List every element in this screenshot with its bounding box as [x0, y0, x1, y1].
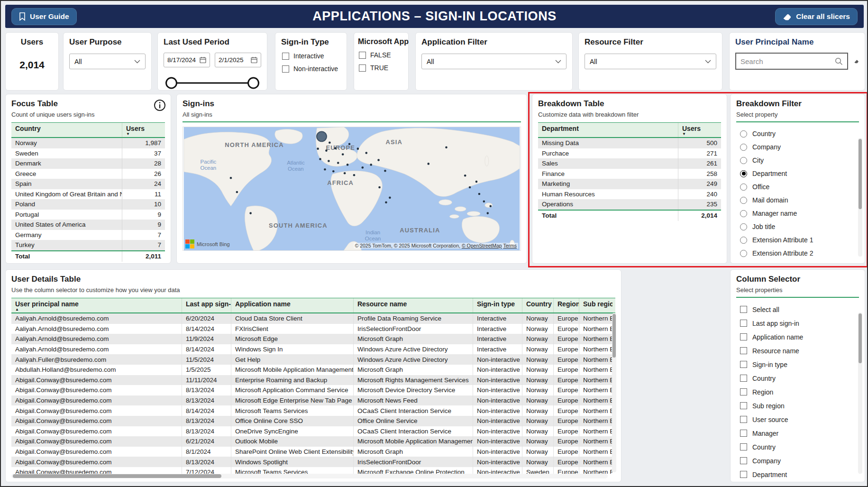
breakdown-filter-option[interactable]: Manager name	[736, 207, 859, 220]
breakdown-filter-option[interactable]: Job title	[736, 220, 859, 233]
user-details-row[interactable]: Aaliyah.Arnold@bsuredemo.com 8/14/2024 W…	[11, 344, 615, 355]
microsoft-app-option[interactable]: FALSE	[358, 51, 404, 59]
user-details-row[interactable]: Abigail.Conway@bsuredemo.com 8/13/2024 M…	[11, 395, 615, 406]
focus-table-row[interactable]: United States of America 9	[11, 220, 165, 230]
scrollbar-thumb[interactable]	[859, 139, 862, 209]
breakdown-filter-option[interactable]: Department	[736, 167, 859, 180]
slider-handle-right[interactable]	[247, 77, 259, 89]
focus-col-users[interactable]: Users▼	[122, 123, 165, 137]
user-details-row[interactable]: Aaliyah.Arnold@bsuredemo.com 8/14/2024 F…	[11, 324, 615, 334]
breakdown-filter-option[interactable]: City	[736, 154, 859, 167]
breakdown-filter-option[interactable]: Country	[736, 127, 859, 140]
breakdown-table-row[interactable]: Operations 235	[538, 199, 721, 210]
column-selector-option[interactable]: Sub region	[736, 399, 859, 413]
openstreetmap-link[interactable]: © OpenStreetMap	[462, 243, 502, 248]
breakdown-table-row[interactable]: Marketing 249	[538, 179, 721, 189]
breakdown-filter-scrollbar[interactable]	[858, 138, 862, 257]
col-application-name[interactable]: Application name	[231, 298, 354, 312]
focus-table-row[interactable]: Denmark 28	[11, 158, 165, 169]
focus-col-country[interactable]: Country	[11, 123, 122, 137]
clear-search-eraser-icon[interactable]	[854, 56, 859, 66]
focus-table-row[interactable]: Greece 26	[11, 169, 165, 179]
breakdown-col-department[interactable]: Department	[538, 123, 678, 137]
slider-handle-left[interactable]	[165, 77, 177, 89]
focus-table-row[interactable]: Germany 7	[11, 230, 165, 240]
signin-type-option[interactable]: Interactive	[281, 52, 341, 60]
info-icon[interactable]	[154, 99, 166, 113]
period-end-input[interactable]: 2/1/2025	[215, 53, 261, 67]
breakdown-filter-option[interactable]: Mail domain	[736, 193, 859, 207]
breakdown-filter-option[interactable]: Office	[736, 180, 859, 193]
breakdown-table-row[interactable]: Finance 258	[538, 169, 721, 179]
user-purpose-dropdown[interactable]: All	[69, 54, 146, 69]
focus-table-row[interactable]: Turkey 7	[11, 240, 165, 250]
breakdown-filter-option[interactable]: Extension Attribute 2	[736, 247, 859, 260]
column-selector-scrollbar[interactable]	[858, 312, 862, 474]
column-selector-option[interactable]: Department	[736, 468, 859, 481]
col-user-principal-name[interactable]: User principal name▲	[11, 298, 182, 312]
clear-all-slicers-button[interactable]: Clear all slicers	[775, 8, 858, 25]
map-cluster-bubble[interactable]	[317, 131, 327, 141]
application-filter-dropdown[interactable]: All	[421, 54, 566, 69]
column-selector-option[interactable]: Select all	[736, 303, 859, 316]
user-details-row[interactable]: Abigail.Conway@bsuredemo.com 8/13/2024 O…	[11, 416, 615, 426]
column-selector-option[interactable]: Country	[736, 371, 859, 385]
table-vertical-scrollbar[interactable]	[612, 313, 616, 472]
user-details-row[interactable]: Aaliyah.Fuller@bsuredemo.com 11/5/2024 G…	[11, 354, 615, 365]
column-selector-option[interactable]: Company	[736, 454, 859, 468]
terms-link[interactable]: Terms	[503, 243, 517, 248]
column-selector-option[interactable]: Manager	[736, 426, 859, 440]
period-range-slider[interactable]	[166, 75, 258, 91]
focus-table-row[interactable]: Spain 24	[11, 179, 165, 189]
user-details-row[interactable]: Abigail.Conway@bsuredemo.com 8/14/2024 M…	[11, 405, 615, 416]
breakdown-filter-option[interactable]: Company	[736, 140, 859, 154]
column-selector-option[interactable]: Application name	[736, 330, 859, 344]
resource-filter-dropdown[interactable]: All	[585, 54, 716, 69]
user-guide-button[interactable]: User Guide	[11, 8, 77, 25]
col-last-app-signin[interactable]: Last app sign-in	[182, 298, 231, 312]
table-horizontal-scrollbar[interactable]	[11, 474, 608, 478]
focus-table-row[interactable]: United Kingdom of Great Britain and Nort…	[11, 189, 165, 200]
user-details-row[interactable]: Aaliyah.Arnold@bsuredemo.com 6/20/2024 C…	[11, 313, 615, 324]
focus-table-row[interactable]: Poland 10	[11, 199, 165, 210]
column-selector-option[interactable]: Sign-in type	[736, 358, 859, 371]
user-details-row[interactable]: Aaliyah.Arnold@bsuredemo.com 11/9/2024 M…	[11, 334, 615, 344]
col-signin-type[interactable]: Sign-in type	[473, 298, 522, 312]
user-details-row[interactable]: Abdullah.Holland@bsuredemo.com 1/5/2025 …	[11, 365, 615, 375]
breakdown-table-row[interactable]: Sales 261	[538, 158, 721, 169]
upn-search-box[interactable]	[735, 53, 848, 70]
focus-table-row[interactable]: Norway 1,987	[11, 138, 165, 148]
upn-search-input[interactable]	[740, 57, 835, 65]
scrollbar-thumb[interactable]	[612, 314, 616, 358]
period-start-input[interactable]: 8/17/2024	[164, 53, 210, 67]
column-selector-option[interactable]: Region	[736, 385, 859, 399]
col-sub-region[interactable]: Sub region	[579, 298, 612, 312]
focus-table-row[interactable]: Portugal 9	[11, 210, 165, 220]
breakdown-table-row[interactable]: Missing Data 500	[538, 138, 721, 148]
breakdown-col-users[interactable]: Users▼	[678, 123, 721, 137]
column-selector-option[interactable]: Last app sign-in	[736, 316, 859, 330]
user-details-row[interactable]: Abigail.Conway@bsuredemo.com 8/13/2024 O…	[11, 426, 615, 437]
col-country[interactable]: Country	[522, 298, 554, 312]
user-details-row[interactable]: Abigail.Conway@bsuredemo.com 6/21/2024 O…	[11, 436, 615, 447]
scrollbar-thumb[interactable]	[859, 313, 862, 363]
user-details-row[interactable]: Abigail.Conway@bsuredemo.com 8/13/2024 M…	[11, 385, 615, 395]
user-details-row[interactable]: Abigail.Conway@bsuredemo.com 7/12/2024 M…	[11, 467, 615, 474]
user-details-row[interactable]: Abigail.Conway@bsuredemo.com 8/13/2024 W…	[11, 457, 615, 467]
col-region[interactable]: Region	[554, 298, 579, 312]
user-details-row[interactable]: Abigail.Conway@bsuredemo.com 8/1/2024 Sh…	[11, 447, 615, 457]
map-container[interactable]: NORTH AMERICA EUROPE ASIA AFRICA SOUTH A…	[183, 127, 521, 251]
breakdown-table-row[interactable]: Human Resources 240	[538, 189, 721, 200]
scrollbar-thumb[interactable]	[13, 474, 221, 478]
signin-type-option[interactable]: Non-interactive	[281, 65, 341, 73]
column-selector-option[interactable]: Country	[736, 440, 859, 454]
column-selector-option[interactable]: User source	[736, 413, 859, 426]
breakdown-table-row[interactable]: Purchace 271	[538, 148, 721, 159]
world-map[interactable]: NORTH AMERICA EUROPE ASIA AFRICA SOUTH A…	[183, 127, 521, 251]
microsoft-app-option[interactable]: TRUE	[358, 64, 404, 72]
col-resource-name[interactable]: Resource name	[354, 298, 473, 312]
user-details-row[interactable]: Abigail.Conway@bsuredemo.com 11/11/2024 …	[11, 375, 615, 386]
breakdown-filter-option[interactable]: Extension Attribute 1	[736, 233, 859, 247]
column-selector-option[interactable]: Resource name	[736, 344, 859, 358]
focus-table-row[interactable]: Sweden 37	[11, 148, 165, 159]
